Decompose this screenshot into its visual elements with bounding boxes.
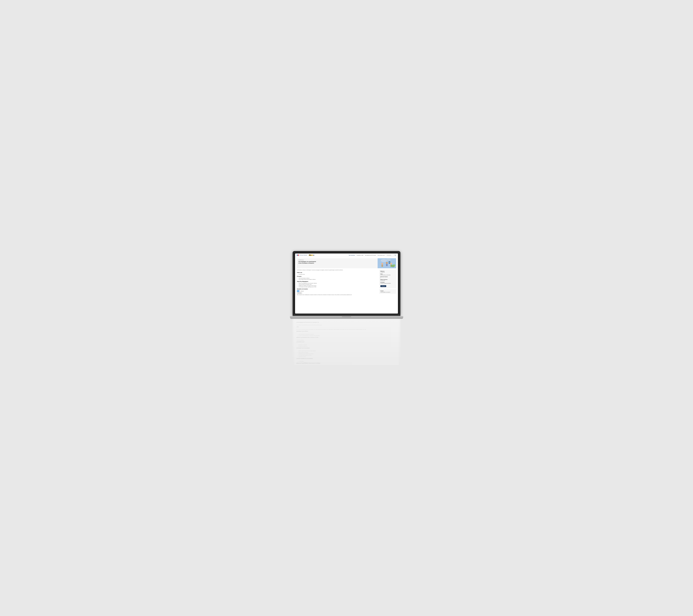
hero-text: NUMÉRIQUE Accompagner les participants d… [297, 258, 378, 268]
site-header: RÉPUBLIQUE FRANÇAISE REF PCGP [295, 254, 398, 257]
nav-item-actualites[interactable]: Actualités et veille [357, 255, 363, 256]
flag-red [298, 255, 299, 256]
reflection-materiels-title: Matériels pédagogiques personnels consei… [296, 363, 397, 364]
reflection-section-contenu: Contenu détaillé de la formation Définit… [296, 350, 397, 359]
reflection-contenu-item-4: Mise en place d'un cadre [298, 352, 397, 353]
effectif-value: 20 personnes [380, 280, 385, 281]
screen-bezel: RÉPUBLIQUE FRANÇAISE REF PCGP [294, 253, 399, 314]
reflection-animation-title: Animation de la formation [296, 347, 397, 349]
svg-point-7 [390, 263, 392, 264]
hero-section: NUMÉRIQUE Accompagner les participants d… [297, 258, 396, 268]
effectif-label: Effectif maximum [380, 279, 395, 280]
reflection-evaluation-item-1: La forme à cette formation ne nécessite … [298, 335, 397, 336]
rf-flag [297, 255, 299, 256]
info-card: Référence n° 2022-190 Dates du 05/12/202… [379, 270, 396, 288]
objectifs-title: Objectifs pédagogiques [297, 281, 377, 282]
reflection-section-inscription: Modalités d'inscription De mi-mars à par… [296, 329, 397, 332]
reflection-inscription-text: De mi-mars à partir de mi-Juin, une vali… [296, 329, 397, 330]
content-left: Les formations à distance se développent… [297, 270, 379, 295]
reflection-evaluation-list: La forme à cette formation ne nécessite … [296, 334, 397, 337]
distance-icon [297, 290, 299, 292]
reference-label: Référence [380, 271, 395, 272]
reflection-contenu-item-3: Identification des conditions de réussit… [298, 353, 397, 355]
dates-value: du 05/12/2023 au 05/12/2023 [380, 275, 390, 276]
republic-name: RÉPUBLIQUE FRANÇAISE [299, 255, 307, 256]
reflection-accessibilite-title: Accessibilité aux personnes en situation… [296, 322, 397, 323]
wave-2 [314, 255, 314, 256]
nav-item-qui-sommes-nous[interactable]: Qui sommes-nous ? [378, 255, 385, 256]
svg-point-5 [386, 262, 388, 264]
nav-item-plateformes[interactable]: Nos plateformes de formation [365, 255, 376, 256]
dates-row: Dates du 05/12/2023 au 05/12/2023 [380, 274, 395, 276]
laptop: RÉPUBLIQUE FRANÇAISE REF PCGP [293, 251, 400, 319]
hero-category: NUMÉRIQUE [298, 259, 376, 260]
reference-value: n° 2022-190 [380, 272, 384, 273]
search-input[interactable] [387, 254, 394, 256]
search-button[interactable]: 🔍 [395, 254, 396, 256]
reflection-animation-item-2: Étude de cas pratique [298, 344, 397, 345]
objectifs-item-3: Identifier les conditions de réussite de… [298, 285, 377, 286]
content-right: Référence n° 2022-190 Dates du 05/12/202… [379, 270, 396, 295]
reflection-section-evaluation: Moyens d'évaluation mis en œuvre et suiv… [296, 334, 397, 338]
enroll-button[interactable]: S'inscrire [380, 285, 386, 287]
svg-point-3 [381, 263, 383, 264]
distance-label: à distance [300, 291, 304, 292]
webinaire-badge: WEBINAIRE [297, 293, 302, 294]
reflection-inscription-title: Modalités d'inscription [296, 331, 397, 332]
reflection-animation-item-1: Partages d'expériences [298, 345, 397, 347]
reflection-formateur-title: Formateur-trice [296, 341, 397, 342]
rf-logo: RÉPUBLIQUE FRANÇAISE [297, 255, 307, 256]
website: RÉPUBLIQUE FRANÇAISE REF PCGP [295, 254, 398, 314]
laptop-base [290, 316, 403, 319]
brand-logo: REF PCGP [309, 255, 314, 256]
svg-rect-4 [381, 264, 383, 267]
reflection-contenu-item-2: Description des missions du tuteur [298, 355, 397, 356]
reference-row: Référence n° 2022-190 [380, 271, 395, 273]
screen-icon [297, 290, 299, 292]
contact-label: Contact [380, 291, 395, 291]
hero-image [378, 258, 396, 268]
laptop-base-wrapper [293, 315, 400, 319]
reflection-contenu-item-5: Mise en œuvre d'une communication adapté… [298, 350, 397, 352]
intro-text: Les formations à distance se développent… [297, 270, 377, 271]
laptop-lid: RÉPUBLIQUE FRANÇAISE REF PCGP [293, 251, 400, 315]
prerequis-item-1: Avoir des formations à distance [298, 278, 377, 279]
contact-card: Contact contact.paf@ac-normandie.fr [379, 289, 396, 294]
reflection-formateur-name: Catherine BARDON [296, 340, 397, 341]
objectifs-item-2: Créer les moyens du formateur-tuteur [298, 284, 377, 285]
svg-rect-6 [386, 264, 388, 266]
scene: RÉPUBLIQUE FRANÇAISE REF PCGP [293, 251, 400, 365]
svg-point-2 [386, 259, 391, 261]
search-area: 🔍 [387, 254, 396, 256]
nav-item-formations[interactable]: Nos formations [349, 255, 355, 256]
objectifs-list: Définir l'accompagnement d'une formation… [297, 283, 377, 287]
effectif-row: Effectif maximum 20 personnes [380, 279, 395, 281]
distance-badge: à distance [297, 290, 304, 292]
duree-row: Durée (en heures) 6 [380, 276, 395, 278]
reflection-animation-list: Partages d'expériences Étude de cas prat… [296, 344, 397, 347]
reflection-section-animation: Animation de la formation Partages d'exp… [296, 344, 397, 349]
duree-label: Durée (en heures) [380, 276, 395, 277]
screen: RÉPUBLIQUE FRANÇAISE REF PCGP [295, 254, 398, 314]
dates-label: Dates [380, 274, 395, 274]
reflection-contenu-item-1: Définition du tuteur [298, 356, 397, 357]
reflection-contenu-title: Contenu détaillé de la formation [296, 358, 397, 359]
svg-point-1 [381, 259, 387, 262]
reflection-contenu-list: Définition du tuteur Description des mis… [296, 350, 397, 357]
reflection-tarif-title: Tarif [296, 326, 397, 327]
hero-illustration [378, 258, 396, 268]
reflection-area: Matériels pédagogiques personnels consei… [293, 319, 400, 365]
reflection-section-formateur: Formateur-trice Catherine BARDON [296, 340, 397, 342]
public-vise-list: Formateurs-trices [297, 274, 377, 275]
modalites-title: Modalités de formation [297, 289, 377, 290]
prerequis-list: Avoir des formations à distance Avoir le… [297, 278, 377, 280]
wave-1 [313, 255, 314, 256]
public-vise-title: Public visé [297, 272, 377, 273]
reflection-evaluation-item-2: Une attestation de formation est délivré… [298, 334, 397, 335]
reflection-section-tarif: Tarif La formation est financée par le f… [296, 324, 397, 327]
reflection-materiels-item-1: Un ordinateur [298, 361, 397, 362]
formateur-value: Contacter BARDON MONNOT [380, 283, 391, 284]
objectifs-item-1: Définir l'accompagnement d'une formation… [298, 283, 377, 284]
public-vise-item-1: Formateurs-trices [298, 274, 377, 275]
laptop-notch [342, 316, 351, 317]
